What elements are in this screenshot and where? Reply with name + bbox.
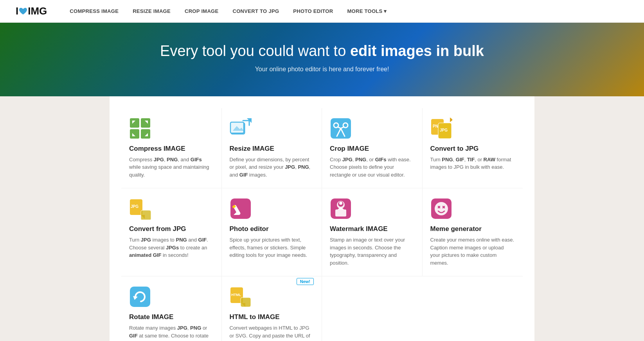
rotate-title: Rotate IMAGE bbox=[129, 313, 214, 321]
html-image-title: HTML to IMAGE bbox=[230, 313, 314, 321]
nav-compress[interactable]: COMPRESS IMAGE bbox=[63, 0, 126, 23]
site-header: I IMG COMPRESS IMAGE RESIZE IMAGE CROP I… bbox=[0, 0, 644, 23]
photo-editor-icon bbox=[230, 198, 252, 220]
compress-title: Compress IMAGE bbox=[129, 145, 214, 153]
html-image-icon: HTML bbox=[230, 286, 252, 308]
svg-rect-3 bbox=[141, 129, 150, 139]
tools-container: Compress IMAGE Compress JPG, PNG, and GI… bbox=[110, 96, 534, 341]
watermark-title: Watermark IMAGE bbox=[330, 225, 414, 233]
html-image-desc: Convert webpages in HTML to JPG or SVG. … bbox=[230, 324, 314, 341]
main-nav: COMPRESS IMAGE RESIZE IMAGE CROP IMAGE C… bbox=[63, 0, 394, 23]
tool-card-photo-editor[interactable]: Photo editor Spice up your pictures with… bbox=[222, 188, 322, 276]
tools-grid: Compress IMAGE Compress JPG, PNG, and GI… bbox=[121, 108, 523, 341]
logo-img-text: IMG bbox=[28, 5, 47, 17]
crop-icon bbox=[330, 117, 352, 139]
nav-resize[interactable]: RESIZE IMAGE bbox=[126, 0, 178, 23]
nav-crop[interactable]: CROP IMAGE bbox=[178, 0, 226, 23]
hero-title: Every tool you could want to edit images… bbox=[16, 42, 628, 60]
meme-title: Meme generator bbox=[430, 225, 515, 233]
convert-from-jpg-desc: Turn JPG images to PNG and GIF. Choose s… bbox=[129, 236, 214, 259]
svg-rect-35 bbox=[335, 209, 346, 217]
tool-card-compress[interactable]: Compress IMAGE Compress JPG, PNG, and GI… bbox=[121, 108, 222, 189]
tool-card-convert-from-jpg[interactable]: JPG Convert from JPG Turn JPG images to … bbox=[121, 188, 222, 276]
convert-to-jpg-icon: PNG JPG bbox=[430, 117, 452, 139]
svg-rect-30 bbox=[230, 198, 251, 219]
svg-rect-29 bbox=[141, 210, 151, 220]
logo-i: I bbox=[16, 5, 18, 17]
svg-rect-1 bbox=[141, 118, 150, 128]
svg-rect-46 bbox=[130, 287, 150, 307]
tool-card-resize[interactable]: Resize IMAGE Define your dimensions, by … bbox=[222, 108, 322, 189]
svg-rect-2 bbox=[130, 129, 139, 139]
site-logo[interactable]: I IMG bbox=[16, 5, 47, 17]
tool-card-convert-to-jpg[interactable]: PNG JPG Convert to JPG Turn PNG, GIF, TI… bbox=[423, 108, 523, 189]
convert-from-jpg-icon: JPG bbox=[129, 198, 151, 220]
svg-rect-0 bbox=[130, 118, 139, 128]
photo-editor-desc: Spice up your pictures with text, effect… bbox=[230, 236, 314, 259]
crop-title: Crop IMAGE bbox=[330, 145, 414, 153]
svg-text:JPG: JPG bbox=[440, 128, 448, 132]
tool-card-crop[interactable]: Crop IMAGE Crop JPG, PNG, or GIFs with e… bbox=[322, 108, 423, 189]
svg-text:JPG: JPG bbox=[131, 204, 139, 209]
convert-to-jpg-desc: Turn PNG, GIF, TIF, or RAW format images… bbox=[430, 156, 515, 171]
hero-subtitle: Your online photo editor is here and for… bbox=[16, 66, 628, 73]
rotate-desc: Rotate many images JPG, PNG or GIF at sa… bbox=[129, 324, 214, 341]
compress-icon bbox=[129, 117, 151, 139]
resize-title: Resize IMAGE bbox=[230, 145, 314, 153]
tool-card-rotate[interactable]: Rotate IMAGE Rotate many images JPG, PNG… bbox=[121, 276, 222, 341]
nav-editor[interactable]: PHOTO EDITOR bbox=[286, 0, 340, 23]
compress-desc: Compress JPG, PNG, and GIFs while saving… bbox=[129, 156, 214, 179]
meme-icon bbox=[430, 198, 452, 220]
svg-text:HTML: HTML bbox=[231, 293, 241, 297]
crop-desc: Crop JPG, PNG, or GIFs with ease. Choose… bbox=[330, 156, 414, 179]
svg-rect-51 bbox=[241, 298, 251, 307]
nav-more[interactable]: MORE TOOLS ▾ bbox=[340, 0, 394, 23]
meme-desc: Create your memes online with ease. Capt… bbox=[430, 236, 515, 267]
rotate-icon bbox=[129, 286, 151, 308]
nav-convert[interactable]: CONVERT TO JPG bbox=[226, 0, 286, 23]
resize-icon bbox=[230, 117, 252, 139]
convert-to-jpg-title: Convert to JPG bbox=[430, 145, 515, 153]
convert-from-jpg-title: Convert from JPG bbox=[129, 225, 214, 233]
hero-section: Every tool you could want to edit images… bbox=[0, 23, 644, 96]
resize-desc: Define your dimensions, by percent or pi… bbox=[230, 156, 314, 179]
svg-point-38 bbox=[339, 202, 342, 205]
photo-editor-title: Photo editor bbox=[230, 225, 314, 233]
new-badge: New! bbox=[297, 278, 314, 285]
tool-card-html-image[interactable]: New! HTML HTML to IMAGE Convert webpages… bbox=[222, 276, 322, 341]
tool-card-meme[interactable]: Meme generator Create your memes online … bbox=[423, 188, 523, 276]
watermark-desc: Stamp an image or text over your images … bbox=[330, 236, 414, 267]
watermark-icon bbox=[330, 198, 352, 220]
logo-heart-icon bbox=[19, 7, 27, 15]
svg-marker-25 bbox=[450, 117, 452, 122]
tool-card-watermark[interactable]: Watermark IMAGE Stamp an image or text o… bbox=[322, 188, 423, 276]
